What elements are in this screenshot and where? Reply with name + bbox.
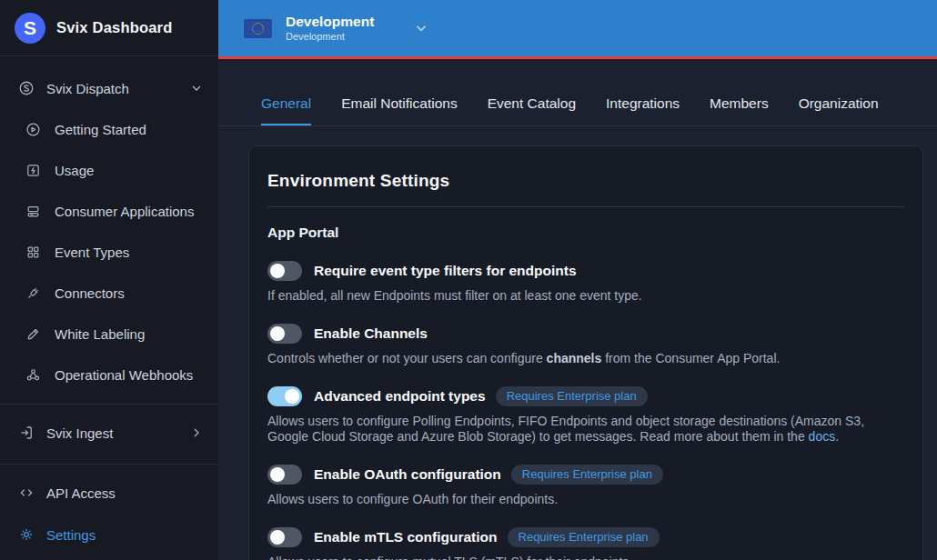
sidebar-item-label: Consumer Applications: [55, 204, 194, 219]
svix-ingest-icon: [18, 425, 35, 441]
sidebar-divider: [0, 464, 218, 465]
toggle-label: Require event type filters for endpoints: [314, 263, 577, 279]
brush-icon: [25, 326, 41, 342]
gear-icon: [18, 526, 35, 543]
play-circle-icon: [25, 122, 41, 137]
section-title-app-portal: App Portal: [267, 225, 904, 241]
setting-description: Allows users to configure Polling Endpoi…: [267, 414, 904, 445]
sidebar-item-label: Usage: [55, 163, 94, 178]
sidebar-header: S Svix Dashboard: [0, 0, 218, 56]
svix-dispatch-icon: [18, 80, 35, 96]
chevron-down-icon: [413, 20, 429, 40]
toggle-enable-oauth[interactable]: [267, 465, 302, 485]
sidebar-item-settings[interactable]: Settings: [0, 514, 218, 555]
sidebar-item-label: Getting Started: [55, 122, 146, 137]
toggle-label: Enable OAuth configuration: [314, 466, 501, 483]
setting-description: If enabled, all new Endpoints must filte…: [267, 288, 904, 304]
sidebar-nav: Svix Dispatch Getting Started Usage: [0, 56, 218, 555]
plug-icon: [25, 285, 41, 301]
setting-description: Allows users to configure OAuth for thei…: [267, 492, 904, 507]
page-title: Environment Settings: [267, 171, 904, 191]
app-title: Svix Dashboard: [56, 19, 173, 36]
sidebar-item-svix-ingest[interactable]: Svix Ingest: [0, 412, 218, 454]
sidebar-item-operational-webhooks[interactable]: Operational Webhooks: [0, 355, 218, 395]
toggle-enable-channels[interactable]: [267, 324, 302, 344]
tab-integrations[interactable]: Integrations: [606, 95, 680, 125]
sidebar-item-label: API Access: [46, 485, 116, 501]
usage-icon: [25, 163, 41, 178]
environment-subtitle: Development: [286, 31, 374, 44]
setting-row-enable-mtls: Enable mTLS configuration Requires Enter…: [267, 527, 904, 547]
toggle-enable-mtls[interactable]: [267, 527, 302, 547]
card-divider: [267, 206, 904, 207]
enterprise-plan-badge: Requires Enterprise plan: [508, 527, 660, 547]
sidebar-item-consumer-applications[interactable]: Consumer Applications: [0, 191, 218, 232]
tab-email-notifications[interactable]: Email Notifications: [341, 95, 458, 125]
svix-logo-icon: S: [15, 13, 45, 44]
setting-row-advanced-endpoint-types: Advanced endpoint types Requires Enterpr…: [267, 386, 904, 406]
setting-description: Controls whether or not your users can c…: [267, 351, 904, 366]
sidebar-item-white-labeling[interactable]: White Labeling: [0, 314, 218, 355]
sidebar-item-label: Svix Dispatch: [46, 81, 129, 96]
settings-tabs: General Email Notifications Event Catalo…: [218, 59, 937, 126]
sidebar-item-label: Event Types: [55, 245, 129, 260]
sidebar-item-svix-dispatch[interactable]: Svix Dispatch: [0, 67, 218, 109]
environment-switcher[interactable]: Development Development: [244, 13, 429, 43]
sidebar-item-api-access[interactable]: API Access: [0, 472, 218, 514]
toggle-label: Enable mTLS configuration: [314, 529, 498, 545]
sidebar-item-getting-started[interactable]: Getting Started: [0, 109, 218, 150]
main-content: General Email Notifications Event Catalo…: [218, 59, 937, 560]
toggle-label: Enable Channels: [314, 325, 428, 342]
tab-members[interactable]: Members: [710, 95, 769, 125]
tab-general[interactable]: General: [261, 95, 311, 125]
sidebar-item-label: Connectors: [55, 285, 125, 301]
chevron-right-icon[interactable]: [189, 425, 204, 440]
setting-row-enable-channels: Enable Channels: [267, 324, 904, 344]
tab-organization[interactable]: Organization: [799, 95, 879, 125]
sidebar-item-label: Operational Webhooks: [55, 367, 193, 383]
webhook-icon: [25, 367, 41, 383]
chevron-down-icon[interactable]: [189, 81, 204, 95]
applications-icon: [25, 204, 41, 219]
environment-name: Development: [286, 13, 374, 30]
setting-row-enable-oauth: Enable OAuth configuration Requires Ente…: [267, 465, 904, 485]
sidebar-item-label: Settings: [46, 527, 96, 543]
toggle-label: Advanced endpoint types: [314, 388, 486, 405]
environment-settings-card: Environment Settings App Portal Require …: [248, 145, 923, 560]
grid-icon: [25, 245, 41, 260]
sidebar-item-label: White Labeling: [55, 326, 145, 342]
environment-switcher-bar: Development Development: [218, 0, 937, 59]
sidebar-item-connectors[interactable]: Connectors: [0, 273, 218, 314]
sidebar-item-event-types[interactable]: Event Types: [0, 232, 218, 273]
tab-event-catalog[interactable]: Event Catalog: [488, 95, 576, 125]
setting-description: Allows users to configure mutual TLS (mT…: [267, 555, 904, 560]
sidebar: S Svix Dashboard Svix Dispatch Get: [0, 0, 218, 560]
enterprise-plan-badge: Requires Enterprise plan: [496, 386, 648, 406]
eu-flag-icon: [244, 19, 272, 38]
sidebar-divider: [0, 404, 218, 405]
enterprise-plan-badge: Requires Enterprise plan: [511, 465, 663, 485]
sidebar-item-usage[interactable]: Usage: [0, 150, 218, 191]
sidebar-item-label: Svix Ingest: [46, 425, 113, 441]
code-icon: [18, 485, 35, 501]
setting-row-event-type-filters: Require event type filters for endpoints: [267, 261, 904, 281]
toggle-require-event-type-filters[interactable]: [267, 261, 302, 281]
toggle-advanced-endpoint-types[interactable]: [267, 386, 302, 406]
docs-link[interactable]: docs: [809, 429, 836, 444]
